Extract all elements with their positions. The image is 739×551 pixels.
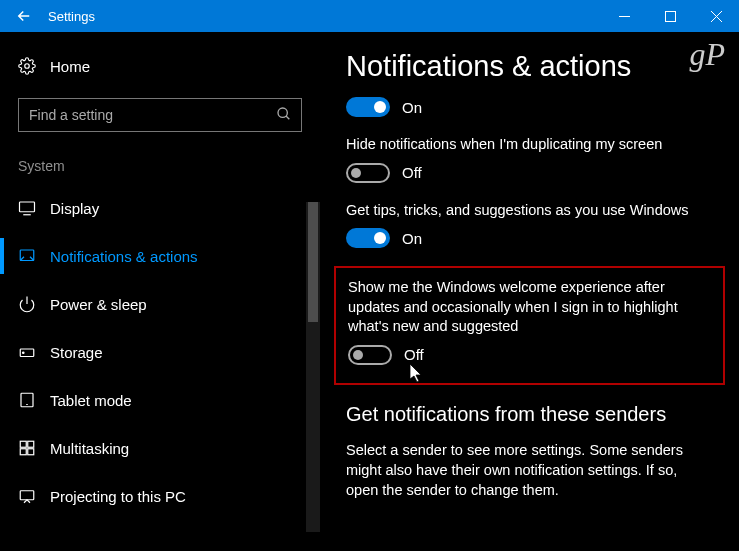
toggle-switch[interactable] bbox=[348, 345, 392, 365]
arrow-left-icon bbox=[15, 7, 33, 25]
sidebar-item-label: Projecting to this PC bbox=[50, 488, 186, 505]
sidebar-item-storage[interactable]: Storage bbox=[0, 328, 320, 376]
content-area: Notifications & actions On Hide notifica… bbox=[320, 32, 739, 551]
projecting-icon bbox=[18, 487, 36, 505]
cursor-icon bbox=[410, 364, 424, 384]
sidebar-item-label: Multitasking bbox=[50, 440, 129, 457]
svg-rect-18 bbox=[28, 449, 34, 455]
sidebar: Home System Display Notifications & acti… bbox=[0, 32, 320, 551]
minimize-button[interactable] bbox=[601, 0, 647, 32]
toggle-switch[interactable] bbox=[346, 163, 390, 183]
notifications-icon bbox=[18, 247, 36, 265]
setting-label: Show me the Windows welcome experience a… bbox=[348, 278, 711, 337]
svg-point-4 bbox=[25, 64, 30, 69]
sidebar-item-projecting[interactable]: Projecting to this PC bbox=[0, 472, 320, 520]
senders-body: Select a sender to see more settings. So… bbox=[346, 440, 713, 501]
sidebar-item-label: Tablet mode bbox=[50, 392, 132, 409]
sidebar-item-label: Display bbox=[50, 200, 99, 217]
svg-rect-7 bbox=[20, 202, 35, 212]
gear-icon bbox=[18, 57, 36, 75]
svg-rect-1 bbox=[665, 11, 675, 21]
sidebar-item-display[interactable]: Display bbox=[0, 184, 320, 232]
setting-label: Hide notifications when I'm duplicating … bbox=[346, 135, 713, 155]
titlebar: Settings bbox=[0, 0, 739, 32]
setting-label: Get tips, tricks, and suggestions as you… bbox=[346, 201, 713, 221]
search-icon bbox=[276, 106, 292, 122]
highlight-box: Show me the Windows welcome experience a… bbox=[334, 266, 725, 385]
sidebar-item-power[interactable]: Power & sleep bbox=[0, 280, 320, 328]
maximize-icon bbox=[665, 11, 676, 22]
search-input[interactable] bbox=[18, 98, 302, 132]
svg-rect-19 bbox=[20, 491, 34, 500]
multitasking-icon bbox=[18, 439, 36, 457]
home-button[interactable]: Home bbox=[0, 44, 320, 88]
svg-rect-17 bbox=[20, 449, 26, 455]
close-icon bbox=[711, 11, 722, 22]
svg-line-6 bbox=[286, 116, 289, 119]
svg-rect-16 bbox=[28, 441, 34, 447]
sidebar-scrollbar[interactable] bbox=[306, 202, 320, 532]
sidebar-item-multitasking[interactable]: Multitasking bbox=[0, 424, 320, 472]
svg-point-12 bbox=[23, 352, 25, 354]
category-label: System bbox=[0, 152, 320, 184]
setting-welcome-experience: Show me the Windows welcome experience a… bbox=[348, 278, 711, 365]
toggle-state: On bbox=[402, 230, 422, 247]
sidebar-item-label: Notifications & actions bbox=[50, 248, 198, 265]
display-icon bbox=[18, 199, 36, 217]
toggle-state: Off bbox=[402, 164, 422, 181]
power-icon bbox=[18, 295, 36, 313]
setting-hide-notifications: Hide notifications when I'm duplicating … bbox=[346, 135, 713, 183]
svg-rect-15 bbox=[20, 441, 26, 447]
toggle-switch[interactable] bbox=[346, 228, 390, 248]
svg-point-5 bbox=[278, 108, 287, 117]
close-button[interactable] bbox=[693, 0, 739, 32]
scrollbar-thumb[interactable] bbox=[308, 202, 318, 322]
setting-toggle-0: On bbox=[346, 97, 713, 117]
sidebar-item-notifications[interactable]: Notifications & actions bbox=[0, 232, 320, 280]
sidebar-item-label: Storage bbox=[50, 344, 103, 361]
setting-tips: Get tips, tricks, and suggestions as you… bbox=[346, 201, 713, 249]
sidebar-item-tablet[interactable]: Tablet mode bbox=[0, 376, 320, 424]
back-button[interactable] bbox=[0, 0, 48, 32]
sidebar-item-label: Power & sleep bbox=[50, 296, 147, 313]
window-title: Settings bbox=[48, 9, 601, 24]
home-label: Home bbox=[50, 58, 90, 75]
maximize-button[interactable] bbox=[647, 0, 693, 32]
page-title: Notifications & actions bbox=[346, 50, 713, 83]
minimize-icon bbox=[619, 11, 630, 22]
tablet-icon bbox=[18, 391, 36, 409]
toggle-state: On bbox=[402, 99, 422, 116]
storage-icon bbox=[18, 343, 36, 361]
senders-heading: Get notifications from these senders bbox=[346, 403, 713, 426]
toggle-switch[interactable] bbox=[346, 97, 390, 117]
toggle-state: Off bbox=[404, 346, 424, 363]
